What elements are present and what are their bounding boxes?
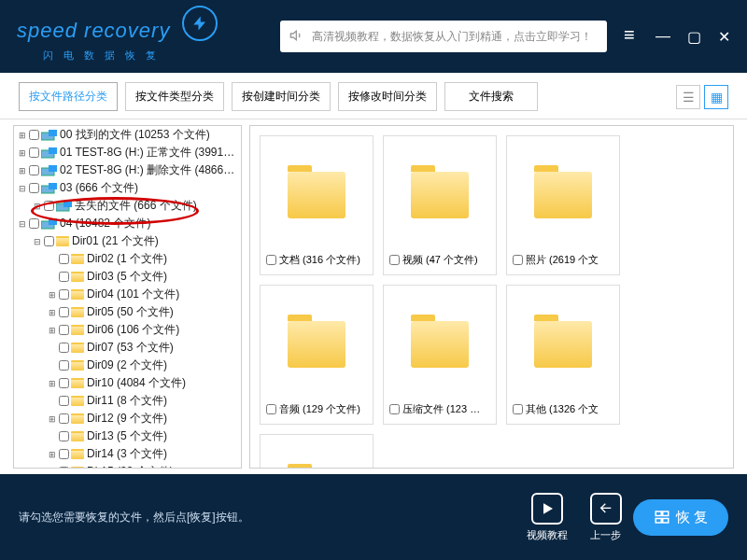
card-checkbox[interactable] bbox=[389, 404, 400, 414]
maximize-button[interactable]: ▢ bbox=[687, 28, 701, 46]
tree-node[interactable]: ⊞Dir12 (9 个文件) bbox=[14, 410, 241, 427]
tree-node[interactable]: Dir03 (5 个文件) bbox=[14, 268, 241, 286]
tree-checkbox[interactable] bbox=[29, 165, 39, 175]
card-checkbox[interactable] bbox=[389, 255, 400, 265]
svg-rect-15 bbox=[663, 511, 669, 516]
tree-expander[interactable]: ⊟ bbox=[18, 184, 27, 193]
tree-checkbox[interactable] bbox=[59, 325, 69, 335]
category-card[interactable]: 图像 (5693 个文 bbox=[260, 434, 374, 469]
tree-checkbox[interactable] bbox=[59, 360, 69, 371]
tree-checkbox[interactable] bbox=[59, 467, 69, 469]
tree-checkbox[interactable] bbox=[59, 289, 69, 300]
category-card[interactable]: 视频 (47 个文件) bbox=[383, 135, 497, 275]
drive-icon bbox=[41, 165, 58, 176]
svg-rect-14 bbox=[655, 511, 661, 516]
tree-node[interactable]: Dir02 (1 个文件) bbox=[14, 250, 241, 268]
tab-by-path[interactable]: 按文件路径分类 bbox=[19, 82, 118, 111]
tree-checkbox[interactable] bbox=[59, 449, 69, 459]
tree-node[interactable]: ⊟03 (666 个文件) bbox=[14, 179, 241, 197]
tree-checkbox[interactable] bbox=[59, 413, 69, 424]
tree-node[interactable]: ⊞Dir15 (33 个文件) bbox=[14, 463, 241, 469]
tree-node[interactable]: Dir11 (8 个文件) bbox=[14, 392, 241, 410]
tree-checkbox[interactable] bbox=[29, 218, 39, 229]
tree-label: Dir13 (5 个文件) bbox=[87, 428, 167, 444]
back-button[interactable]: 上一步 bbox=[590, 493, 622, 542]
menu-icon[interactable] bbox=[624, 28, 639, 46]
category-card[interactable]: 压缩文件 (123 … bbox=[383, 285, 497, 425]
folder-icon bbox=[288, 172, 345, 218]
tab-search[interactable]: 文件搜索 bbox=[444, 82, 538, 111]
tree-node[interactable]: ⊞01 TEST-8G (H:) 正常文件 (3991… bbox=[14, 144, 241, 161]
tree-node[interactable]: ⊞Dir10 (4084 个文件) bbox=[14, 374, 241, 392]
tree-checkbox[interactable] bbox=[29, 183, 39, 193]
tree-expander[interactable]: ⊞ bbox=[48, 326, 57, 335]
recover-button[interactable]: 恢 复 bbox=[633, 499, 728, 536]
category-card[interactable]: 照片 (2619 个文 bbox=[506, 135, 620, 275]
tree-checkbox[interactable] bbox=[59, 431, 69, 441]
tree-node[interactable]: ⊞Dir14 (3 个文件) bbox=[14, 445, 241, 463]
promo-banner[interactable]: 高清视频教程，数据恢复从入门到精通，点击立即学习！ bbox=[280, 21, 607, 52]
tree-node[interactable]: ⊞02 TEST-8G (H:) 删除文件 (4866… bbox=[14, 161, 241, 179]
tree-expander[interactable]: ⊞ bbox=[48, 379, 57, 388]
tree-checkbox[interactable] bbox=[59, 307, 69, 317]
category-card[interactable]: 文档 (316 个文件) bbox=[260, 135, 374, 275]
main-panel: 按文件路径分类 按文件类型分类 按创建时间分类 按修改时间分类 文件搜索 ☰ ▦… bbox=[0, 73, 747, 474]
tree-checkbox[interactable] bbox=[59, 396, 69, 406]
tree-expander[interactable]: ⊞ bbox=[48, 450, 57, 459]
card-checkbox[interactable] bbox=[513, 255, 523, 265]
category-card[interactable]: 其他 (1326 个文 bbox=[506, 285, 620, 425]
svg-rect-16 bbox=[655, 519, 661, 524]
folder-icon bbox=[411, 172, 469, 218]
tree-checkbox[interactable] bbox=[59, 254, 69, 264]
tree-checkbox[interactable] bbox=[44, 236, 54, 246]
tree-expander[interactable]: ⊞ bbox=[18, 148, 27, 158]
tree-expander[interactable]: ⊞ bbox=[18, 131, 27, 140]
tree-checkbox[interactable] bbox=[44, 201, 54, 211]
tree-checkbox[interactable] bbox=[59, 343, 69, 353]
folder-tree[interactable]: ⊞00 找到的文件 (10253 个文件)⊞01 TEST-8G (H:) 正常… bbox=[13, 125, 242, 469]
tree-node[interactable]: Dir07 (53 个文件) bbox=[14, 339, 241, 357]
tree-node[interactable]: ⊞00 找到的文件 (10253 个文件) bbox=[14, 126, 241, 144]
back-icon bbox=[590, 493, 622, 525]
tree-expander[interactable]: ⊞ bbox=[18, 166, 27, 175]
logo-text: speed recovery bbox=[17, 19, 170, 42]
tree-node[interactable]: ⊞丢失的文件 (666 个文件) bbox=[14, 197, 241, 215]
tree-expander[interactable]: ⊞ bbox=[48, 308, 57, 317]
tree-expander[interactable]: ⊞ bbox=[48, 468, 57, 469]
tree-checkbox[interactable] bbox=[29, 147, 39, 158]
tree-label: Dir02 (1 个文件) bbox=[87, 251, 167, 267]
card-label: 其他 (1326 个文 bbox=[526, 402, 599, 416]
tree-node[interactable]: ⊟Dir01 (21 个文件) bbox=[14, 232, 241, 250]
play-icon bbox=[531, 493, 563, 525]
window-controls: — ▢ ✕ bbox=[624, 28, 730, 46]
card-checkbox[interactable] bbox=[266, 255, 276, 265]
tree-expander[interactable]: ⊟ bbox=[33, 237, 42, 246]
tree-node[interactable]: ⊟04 (10482 个文件) bbox=[14, 215, 241, 232]
tree-node[interactable]: ⊞Dir05 (50 个文件) bbox=[14, 303, 241, 321]
tree-node[interactable]: Dir13 (5 个文件) bbox=[14, 427, 241, 445]
card-label-row: 文档 (316 个文件) bbox=[266, 253, 367, 267]
tree-checkbox[interactable] bbox=[59, 272, 69, 282]
close-button[interactable]: ✕ bbox=[718, 28, 730, 46]
category-card[interactable]: 音频 (129 个文件) bbox=[260, 285, 374, 425]
tree-node[interactable]: Dir09 (2 个文件) bbox=[14, 357, 241, 374]
video-tutorial-button[interactable]: 视频教程 bbox=[527, 493, 568, 542]
tab-by-modified[interactable]: 按修改时间分类 bbox=[338, 82, 437, 111]
tab-by-created[interactable]: 按创建时间分类 bbox=[232, 82, 331, 111]
tree-node[interactable]: ⊞Dir04 (101 个文件) bbox=[14, 286, 241, 303]
tree-expander[interactable]: ⊟ bbox=[18, 219, 27, 229]
tree-expander[interactable]: ⊞ bbox=[48, 290, 57, 300]
tree-expander[interactable]: ⊞ bbox=[48, 414, 57, 424]
tree-checkbox[interactable] bbox=[29, 130, 39, 140]
minimize-button[interactable]: — bbox=[655, 28, 670, 46]
footer-hint: 请勾选您需要恢复的文件，然后点[恢复]按钮。 bbox=[19, 510, 249, 525]
svg-rect-1 bbox=[49, 130, 57, 136]
grid-view-button[interactable]: ▦ bbox=[704, 85, 728, 109]
list-view-button[interactable]: ☰ bbox=[676, 85, 700, 109]
tree-checkbox[interactable] bbox=[59, 378, 69, 388]
card-checkbox[interactable] bbox=[266, 404, 276, 414]
tree-expander[interactable]: ⊞ bbox=[33, 202, 42, 211]
tree-node[interactable]: ⊞Dir06 (106 个文件) bbox=[14, 321, 241, 339]
tab-by-type[interactable]: 按文件类型分类 bbox=[125, 82, 224, 111]
card-checkbox[interactable] bbox=[513, 404, 523, 414]
